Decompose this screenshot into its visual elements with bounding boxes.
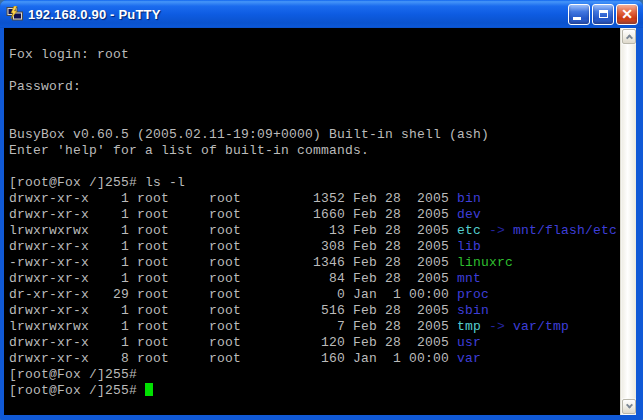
terminal-line: [root@Fox /]255#	[9, 367, 620, 383]
maximize-icon	[599, 10, 608, 18]
scroll-down-icon	[625, 402, 632, 409]
terminal-line: drwxr-xr-x 1 root root 1352 Feb 28 2005 …	[9, 191, 620, 207]
terminal-line: drwxr-xr-x 1 root root 84 Feb 28 2005 mn…	[9, 271, 620, 287]
terminal-line	[9, 399, 620, 415]
terminal-cursor	[145, 383, 153, 396]
terminal-line: -rwxr-xr-x 1 root root 1346 Feb 28 2005 …	[9, 255, 620, 271]
terminal-line: drwxr-xr-x 1 root root 120 Feb 28 2005 u…	[9, 335, 620, 351]
terminal-line: drwxr-xr-x 1 root root 1660 Feb 28 2005 …	[9, 207, 620, 223]
terminal-client-area: Fox login: root Password: BusyBox v0.60.…	[4, 28, 636, 415]
terminal-line	[9, 95, 620, 111]
maximize-button[interactable]	[592, 4, 614, 25]
terminal-line: drwxr-xr-x 8 root root 160 Jan 1 00:00 v…	[9, 351, 620, 367]
scroll-down-button[interactable]	[622, 399, 636, 414]
minimize-button[interactable]	[568, 4, 590, 25]
terminal-line	[9, 31, 620, 47]
terminal-line: lrwxrwxrwx 1 root root 13 Feb 28 2005 et…	[9, 223, 620, 239]
terminal-line	[9, 159, 620, 175]
close-button[interactable]: ✕	[616, 4, 638, 25]
terminal-line: dr-xr-xr-x 29 root root 0 Jan 1 00:00 pr…	[9, 287, 620, 303]
minimize-icon	[573, 17, 581, 20]
terminal-line: Fox login: root	[9, 47, 620, 63]
close-icon: ✕	[621, 7, 633, 21]
scrollbar[interactable]	[620, 28, 636, 415]
putty-icon	[6, 6, 24, 22]
terminal-line: [root@Fox /]255#	[9, 383, 620, 399]
window-title: 192.168.0.90 - PuTTY	[28, 7, 568, 22]
terminal-line	[9, 111, 620, 127]
terminal-line	[9, 63, 620, 79]
terminal-output[interactable]: Fox login: root Password: BusyBox v0.60.…	[4, 28, 620, 415]
window-controls: ✕	[568, 4, 638, 25]
terminal-line: drwxr-xr-x 1 root root 516 Feb 28 2005 s…	[9, 303, 620, 319]
terminal-line: [root@Fox /]255# ls -l	[9, 175, 620, 191]
titlebar[interactable]: 192.168.0.90 - PuTTY ✕	[0, 0, 643, 28]
putty-window: 192.168.0.90 - PuTTY ✕ Fox login: root P…	[0, 0, 643, 420]
terminal-line: BusyBox v0.60.5 (2005.02.11-19:09+0000) …	[9, 127, 620, 143]
scrollbar-thumb[interactable]	[622, 45, 636, 398]
scroll-up-icon	[625, 34, 632, 41]
terminal-line: Enter 'help' for a list of built-in comm…	[9, 143, 620, 159]
scroll-up-button[interactable]	[622, 29, 636, 44]
terminal-line: Password:	[9, 79, 620, 95]
terminal-line: lrwxrwxrwx 1 root root 7 Feb 28 2005 tmp…	[9, 319, 620, 335]
terminal-line: drwxr-xr-x 1 root root 308 Feb 28 2005 l…	[9, 239, 620, 255]
